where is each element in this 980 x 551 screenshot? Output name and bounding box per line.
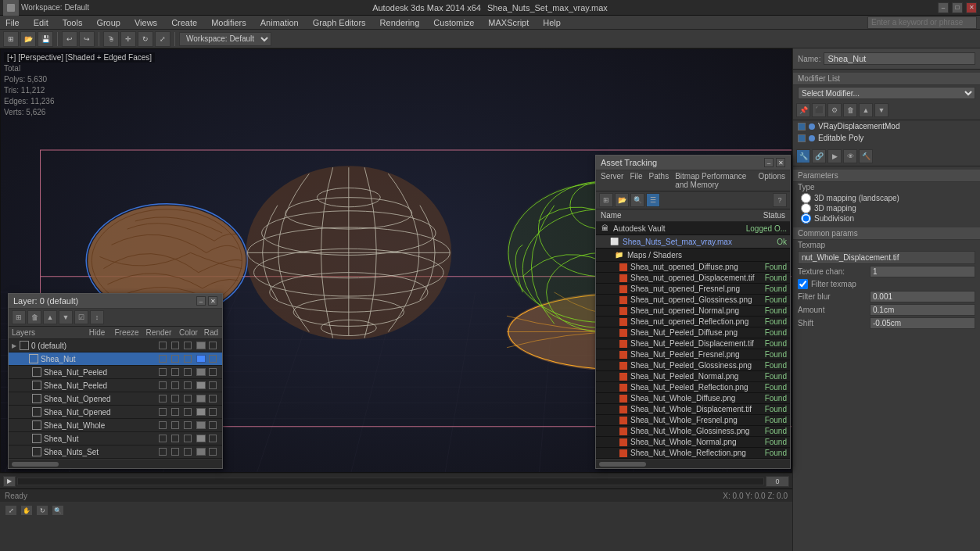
icon-motion[interactable]: ▶: [827, 149, 842, 163]
layer-item-whole[interactable]: Shea_Nut_Whole: [9, 419, 222, 432]
icon-display[interactable]: 👁: [843, 149, 857, 163]
menu-modifiers[interactable]: Modifiers: [209, 18, 249, 27]
layer-h-scrollbar[interactable]: [9, 459, 222, 468]
tb-redo[interactable]: ↪: [79, 31, 95, 47]
icon-utilities[interactable]: 🔨: [859, 149, 873, 163]
asset-row-max-file[interactable]: ⬜ Shea_Nuts_Set_max_vray.max Ok: [596, 235, 790, 249]
modifier-pin-btn[interactable]: 📌: [796, 103, 810, 117]
asset-row-5[interactable]: Shea_nut_opened_Fresnel.png Found: [596, 284, 790, 295]
asset-find-btn[interactable]: 🔍: [630, 193, 644, 207]
minimize-button[interactable]: –: [938, 2, 949, 13]
modifier-item-vray[interactable]: VRayDisplacementMod: [793, 120, 980, 132]
menu-help[interactable]: Help: [540, 18, 563, 27]
asset-row-7[interactable]: Shea_nut_opened_Normal.png Found: [596, 306, 790, 317]
asset-row-10[interactable]: Shea_Nut_Peeled_Displacement.tif Found: [596, 338, 790, 349]
tb-scale[interactable]: ⤢: [155, 31, 171, 47]
layer-del-btn[interactable]: 🗑: [27, 310, 41, 324]
tb-new[interactable]: ⊞: [3, 31, 19, 47]
layer-move-dn-btn[interactable]: ▼: [59, 310, 73, 324]
asset-row-6[interactable]: Shea_nut_opened_Glossiness.png Found: [596, 295, 790, 306]
play-btn[interactable]: ▶: [3, 476, 16, 487]
asset-scrollbar-thumb[interactable]: [599, 462, 646, 467]
layer-scrollbar-thumb[interactable]: [12, 462, 59, 467]
modifier-obj-btn[interactable]: ⬛: [812, 103, 826, 117]
asset-row-18[interactable]: Shea_Nut_Whole_Glossiness.png Found: [596, 426, 790, 437]
layer-item-nut[interactable]: Shea_Nut: [9, 432, 222, 445]
menu-group[interactable]: Group: [94, 18, 123, 27]
asset-row-12[interactable]: Shea_Nut_Peeled_Glossiness.png Found: [596, 360, 790, 371]
layer-item-peeled-1[interactable]: Shea_Nut_Peeled: [9, 366, 222, 379]
filter-texmap-checkbox[interactable]: [798, 279, 808, 289]
menu-tools[interactable]: Tools: [60, 18, 85, 27]
tb-select[interactable]: 🖱: [103, 31, 119, 47]
icon-hierarchy[interactable]: 🔗: [812, 149, 826, 163]
asset-list-btn[interactable]: ☰: [646, 193, 660, 207]
layer-item-0[interactable]: ▶ 0 (default): [9, 339, 222, 352]
layer-item-opened-2[interactable]: Shea_Nut_Opened: [9, 406, 222, 419]
timeline-track[interactable]: [17, 478, 764, 485]
tb-move[interactable]: ✛: [120, 31, 136, 47]
layer-sort-btn[interactable]: ↕: [90, 310, 104, 324]
asset-minimize-btn[interactable]: –: [764, 158, 774, 167]
asset-h-scrollbar[interactable]: [596, 459, 790, 468]
asset-row-19[interactable]: Shea_Nut_Whole_Normal.png Found: [596, 437, 790, 448]
texture-chan-input[interactable]: [870, 266, 975, 277]
asset-open-btn[interactable]: 📂: [615, 193, 629, 207]
menu-graph-editors[interactable]: Graph Editors: [311, 18, 368, 27]
layer-item-opened-1[interactable]: Shea_Nut_Opened: [9, 392, 222, 406]
asset-row-3[interactable]: Shea_nut_opened_Diffuse.png Found: [596, 262, 790, 273]
type-3d-landscape[interactable]: [801, 193, 811, 203]
asset-row-9[interactable]: Shea_Nut_Peeled_Diffuse.png Found: [596, 327, 790, 338]
asset-row-15[interactable]: Shea_Nut_Whole_Diffuse.png Found: [596, 393, 790, 404]
type-subdivision[interactable]: [801, 213, 811, 224]
tb-undo[interactable]: ↩: [62, 31, 77, 47]
menu-maxscript[interactable]: MAXScript: [486, 18, 531, 27]
modifier-dropdown[interactable]: Select Modifier...: [798, 87, 975, 99]
asset-row-vault[interactable]: 🏛 Autodesk Vault Logged O...: [596, 222, 790, 235]
shift-input[interactable]: [870, 317, 975, 329]
maximize-button[interactable]: □: [952, 2, 963, 13]
asset-row-14[interactable]: Shea_Nut_Peeled_Reflection.png Found: [596, 382, 790, 393]
asset-row-11[interactable]: Shea_Nut_Peeled_Fresnel.png Found: [596, 349, 790, 360]
asset-row-8[interactable]: Shea_nut_opened_Reflection.png Found: [596, 317, 790, 327]
layer-new-btn[interactable]: ⊞: [12, 310, 26, 324]
object-name-input[interactable]: [824, 52, 975, 65]
zoom-btn[interactable]: 🔍: [52, 505, 64, 516]
asset-menu-file[interactable]: File: [630, 172, 642, 189]
modifier-up-btn[interactable]: ▲: [859, 103, 873, 117]
filter-blur-input[interactable]: [870, 291, 975, 302]
menu-animation[interactable]: Animation: [258, 18, 301, 27]
modifier-dn-btn[interactable]: ▼: [874, 103, 888, 117]
asset-row-13[interactable]: Shea_Nut_Peeled_Normal.png Found: [596, 371, 790, 382]
menu-create[interactable]: Create: [169, 18, 199, 27]
layer-close-btn[interactable]: ✕: [208, 296, 217, 306]
asset-menu-bitmap[interactable]: Bitmap Performance and Memory: [675, 172, 752, 189]
tb-rotate[interactable]: ↻: [138, 31, 153, 47]
menu-views[interactable]: Views: [132, 18, 160, 27]
layer-move-up-btn[interactable]: ▲: [43, 310, 57, 324]
asset-row-4[interactable]: Shea_nut_opened_Displacement.tif Found: [596, 273, 790, 284]
search-input[interactable]: [867, 16, 977, 29]
timeline[interactable]: ▶ 0: [0, 474, 792, 489]
asset-row-16[interactable]: Shea_Nut_Whole_Displacement.tif Found: [596, 404, 790, 415]
amount-input[interactable]: [870, 304, 975, 316]
asset-close-btn[interactable]: ✕: [776, 158, 785, 167]
workspace-dropdown[interactable]: Workspace: Default: [179, 32, 271, 46]
layer-item-shea-nut[interactable]: Shea_Nut: [9, 352, 222, 366]
layer-minimize-btn[interactable]: –: [196, 296, 206, 306]
window-controls[interactable]: – □ ✕: [938, 2, 977, 13]
asset-row-20[interactable]: Shea_Nut_Whole_Reflection.png Found: [596, 448, 790, 459]
menu-file[interactable]: File: [3, 18, 22, 27]
asset-menu-server[interactable]: Server: [601, 172, 623, 189]
modifier-del-btn[interactable]: 🗑: [843, 103, 857, 117]
asset-new-btn[interactable]: ⊞: [599, 193, 613, 207]
pan-btn[interactable]: ✋: [20, 505, 33, 516]
menu-rendering[interactable]: Rendering: [378, 18, 422, 27]
asset-menu-options[interactable]: Options: [759, 172, 785, 189]
modifier-item-edpoly[interactable]: Editable Poly: [793, 132, 980, 144]
zoom-extents-btn[interactable]: ⤢: [5, 505, 17, 516]
icon-modify[interactable]: 🔧: [796, 149, 810, 163]
tb-save[interactable]: 💾: [38, 31, 53, 47]
asset-row-maps-folder[interactable]: 📁 Maps / Shaders: [596, 249, 790, 262]
layer-sel-btn[interactable]: ☑: [74, 310, 88, 324]
